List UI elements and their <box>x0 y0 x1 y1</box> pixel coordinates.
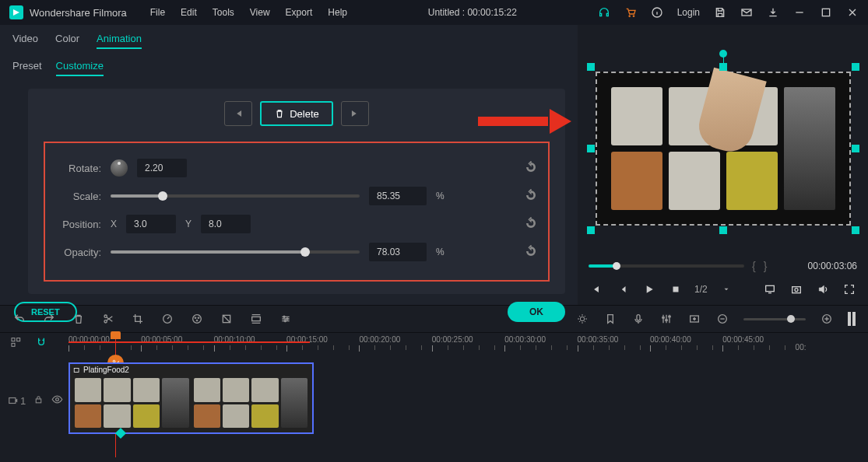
mark-in-icon[interactable]: { <box>752 260 756 272</box>
chevron-down-icon[interactable] <box>719 282 734 297</box>
stop-icon[interactable] <box>668 282 684 297</box>
close-icon[interactable] <box>846 6 859 19</box>
tab-color[interactable]: Color <box>55 33 79 49</box>
timeline-clip[interactable]: PlatingFood2 <box>69 362 314 434</box>
track-visibility-icon[interactable] <box>51 394 63 408</box>
audio-mixer-icon[interactable] <box>659 312 673 326</box>
resize-handle-tr[interactable] <box>852 63 859 71</box>
scale-reset-icon[interactable] <box>525 189 539 203</box>
next-keyframe-button[interactable] <box>341 101 369 126</box>
snapshot-icon[interactable] <box>789 282 804 297</box>
rotate-reset-icon[interactable] <box>525 161 539 175</box>
resize-handle-ml[interactable] <box>587 145 595 152</box>
position-label: Position: <box>54 219 101 230</box>
preview-zoom-ratio[interactable]: 1/2 <box>694 284 708 295</box>
timeline-zoom-slider[interactable] <box>743 318 806 320</box>
position-reset-icon[interactable] <box>525 217 539 231</box>
preview-viewport[interactable] <box>578 25 868 255</box>
scale-unit: % <box>436 191 445 201</box>
resize-handle-tl[interactable] <box>587 63 595 71</box>
maximize-icon[interactable] <box>820 6 832 19</box>
keyframe-icon[interactable] <box>687 312 701 326</box>
track-manager-icon[interactable] <box>9 335 23 349</box>
step-back-icon[interactable] <box>589 282 604 297</box>
preview-progress-slider[interactable] <box>589 264 744 268</box>
opacity-slider[interactable] <box>111 250 360 254</box>
mark-out-icon[interactable]: } <box>764 260 768 272</box>
position-x-label: X <box>111 219 117 229</box>
scale-slider[interactable] <box>111 194 360 198</box>
prev-keyframe-button[interactable] <box>224 101 252 126</box>
minimize-icon[interactable] <box>793 6 806 19</box>
pause-preview-icon[interactable] <box>848 312 856 326</box>
play-icon[interactable] <box>641 282 657 297</box>
volume-icon[interactable] <box>815 282 831 297</box>
svg-point-14 <box>198 317 199 319</box>
fullscreen-icon[interactable] <box>842 282 857 297</box>
rotate-knob[interactable] <box>111 159 128 177</box>
login-link[interactable]: Login <box>677 7 700 18</box>
voiceover-icon[interactable] <box>631 312 645 326</box>
info-icon[interactable] <box>651 6 663 19</box>
resize-handle-bl[interactable] <box>587 226 595 234</box>
cart-icon[interactable] <box>624 6 637 19</box>
menu-view[interactable]: View <box>250 7 270 18</box>
timeline: 00:00:00:00 00:00:05:00 00:00:10:00 00:0… <box>0 333 868 439</box>
frame-back-icon[interactable] <box>615 282 631 297</box>
ok-button[interactable]: OK <box>508 302 565 322</box>
delete-icon[interactable] <box>72 312 86 326</box>
download-icon[interactable] <box>767 6 779 19</box>
subtab-preset[interactable]: Preset <box>12 60 42 76</box>
marker-icon[interactable] <box>603 312 617 326</box>
resize-handle-bm[interactable] <box>719 226 727 234</box>
tab-animation[interactable]: Animation <box>97 33 142 49</box>
opacity-input[interactable] <box>369 243 427 261</box>
render-icon[interactable] <box>575 312 589 326</box>
resize-handle-tm[interactable] <box>719 63 727 71</box>
speed-icon[interactable] <box>160 312 174 326</box>
resize-handle-mr[interactable] <box>852 145 859 152</box>
save-icon[interactable] <box>714 6 726 19</box>
undo-icon[interactable] <box>12 312 26 326</box>
adjust-icon[interactable] <box>279 312 293 326</box>
rotate-row: Rotate: <box>54 159 539 177</box>
app-name: Wondershare Filmora <box>30 7 127 19</box>
position-x-input[interactable] <box>126 215 176 233</box>
position-y-input[interactable] <box>201 215 251 233</box>
headphones-icon[interactable] <box>598 6 610 19</box>
greenscreen-icon[interactable] <box>220 312 234 326</box>
track-lock-icon[interactable] <box>33 394 44 407</box>
svg-rect-6 <box>766 285 775 291</box>
svg-point-20 <box>284 320 286 322</box>
delete-keyframe-button[interactable]: Delete <box>260 101 333 126</box>
position-row: Position: X Y <box>54 215 539 233</box>
opacity-reset-icon[interactable] <box>525 245 539 259</box>
color-icon[interactable] <box>190 312 204 326</box>
menu-tools[interactable]: Tools <box>213 7 234 18</box>
crop-icon[interactable] <box>131 312 145 326</box>
detach-audio-icon[interactable] <box>249 312 263 326</box>
menu-edit[interactable]: Edit <box>181 7 197 18</box>
zoom-out-icon[interactable] <box>715 312 729 326</box>
cut-icon[interactable] <box>101 312 115 326</box>
tab-video[interactable]: Video <box>12 33 38 49</box>
scale-input[interactable] <box>369 187 427 205</box>
rotate-input[interactable] <box>137 159 187 177</box>
ruler-label: 00:00:30:00 <box>504 335 546 344</box>
preview-frame[interactable] <box>596 72 851 226</box>
menu-file[interactable]: File <box>150 7 165 18</box>
timeline-ruler[interactable]: 00:00:00:00 00:00:05:00 00:00:10:00 00:0… <box>0 333 868 352</box>
mail-icon[interactable] <box>740 6 753 19</box>
menu-export[interactable]: Export <box>286 7 313 18</box>
zoom-in-icon[interactable] <box>820 312 834 326</box>
resize-handle-br[interactable] <box>852 226 859 234</box>
magnet-icon[interactable] <box>34 335 48 349</box>
redo-icon[interactable] <box>42 312 56 326</box>
svg-point-36 <box>56 398 59 401</box>
menu-help[interactable]: Help <box>328 7 347 18</box>
rotate-handle[interactable] <box>719 50 727 58</box>
subtab-customize[interactable]: Customize <box>56 60 104 76</box>
title-bar: Wondershare Filmora File Edit Tools View… <box>0 0 868 25</box>
keyframe-diamond[interactable] <box>115 428 126 439</box>
display-icon[interactable] <box>762 282 778 297</box>
